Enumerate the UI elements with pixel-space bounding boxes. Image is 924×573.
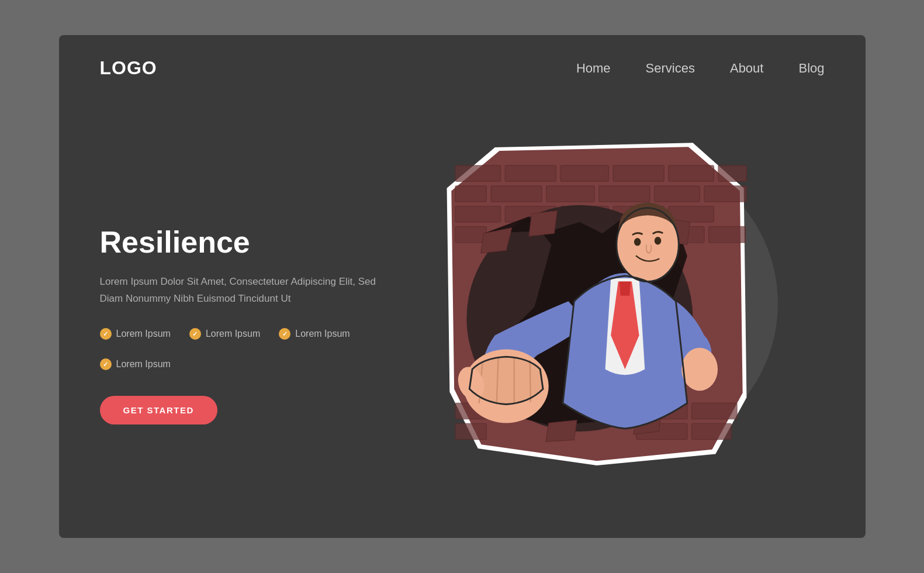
hero-illustration xyxy=(433,132,760,482)
svg-rect-24 xyxy=(691,403,736,419)
hero-section: Resilience Lorem Ipsum Dolor Sit Amet, C… xyxy=(59,79,866,523)
nav-services[interactable]: Services xyxy=(646,61,695,76)
svg-point-40 xyxy=(654,237,661,245)
svg-rect-25 xyxy=(455,423,486,439)
check-icon-4 xyxy=(100,358,112,370)
navbar: LOGO Home Services About Blog xyxy=(59,35,866,79)
feature-2: Lorem Ipsum xyxy=(189,328,260,340)
page-wrapper: LOGO Home Services About Blog Resilience… xyxy=(59,35,866,538)
svg-rect-27 xyxy=(691,423,731,439)
nav-home[interactable]: Home xyxy=(576,61,611,76)
hero-title: Resilience xyxy=(100,225,427,260)
nav-about[interactable]: About xyxy=(730,61,764,76)
cta-button[interactable]: GET STARTED xyxy=(100,396,217,424)
svg-rect-13 xyxy=(704,186,746,202)
svg-marker-31 xyxy=(528,210,556,236)
svg-rect-8 xyxy=(455,186,486,202)
feature-label-1: Lorem Ipsum xyxy=(116,329,171,339)
svg-rect-7 xyxy=(718,165,746,181)
svg-rect-11 xyxy=(598,186,649,202)
feature-label-2: Lorem Ipsum xyxy=(206,329,260,339)
check-icon-1 xyxy=(100,328,112,340)
svg-rect-21 xyxy=(708,227,745,243)
svg-rect-14 xyxy=(455,206,500,222)
feature-1: Lorem Ipsum xyxy=(100,328,171,340)
check-icon-3 xyxy=(279,328,290,340)
svg-rect-6 xyxy=(668,165,713,181)
hero-description: Lorem Ipsum Dolor Sit Amet, Consectetuer… xyxy=(100,274,380,308)
svg-rect-19 xyxy=(455,227,486,243)
svg-rect-2 xyxy=(455,165,500,181)
svg-point-39 xyxy=(634,238,641,246)
svg-marker-35 xyxy=(545,420,576,442)
feature-4: Lorem Ipsum xyxy=(100,358,171,370)
svg-rect-4 xyxy=(560,165,608,181)
svg-point-47 xyxy=(681,348,718,391)
feature-label-4: Lorem Ipsum xyxy=(116,359,171,370)
check-icon-2 xyxy=(189,328,201,340)
logo: LOGO xyxy=(100,57,157,79)
hero-left: Resilience Lorem Ipsum Dolor Sit Amet, C… xyxy=(100,213,427,425)
svg-rect-3 xyxy=(505,165,556,181)
feature-label-3: Lorem Ipsum xyxy=(295,329,349,339)
svg-rect-9 xyxy=(491,186,542,202)
svg-line-45 xyxy=(530,360,530,402)
nav-links: Home Services About Blog xyxy=(576,61,825,76)
feature-3: Lorem Ipsum xyxy=(279,328,349,340)
features-row: Lorem Ipsum Lorem Ipsum Lorem Ipsum Lore… xyxy=(100,328,427,370)
svg-rect-12 xyxy=(654,186,699,202)
nav-blog[interactable]: Blog xyxy=(798,61,824,76)
svg-rect-10 xyxy=(546,186,594,202)
svg-rect-5 xyxy=(613,165,664,181)
hero-right xyxy=(427,114,825,523)
